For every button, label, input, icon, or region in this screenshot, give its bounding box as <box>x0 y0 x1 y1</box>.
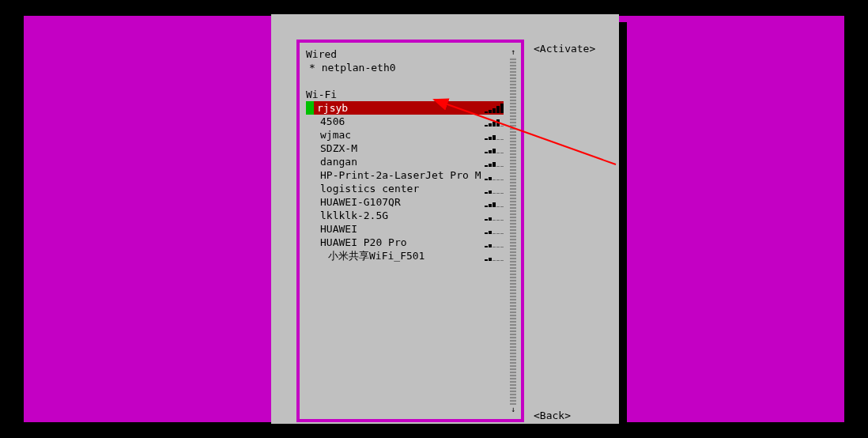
signal-strength-icon <box>485 182 504 195</box>
wifi-ssid-label: logistics center <box>306 182 481 195</box>
section-header-wired: Wired <box>306 47 504 61</box>
signal-strength-icon <box>485 155 504 168</box>
spacer <box>306 74 504 88</box>
wifi-network-item[interactable]: wjmac <box>306 128 504 142</box>
wifi-ssid-label: dangan <box>306 155 481 168</box>
wifi-network-item[interactable]: logistics center <box>306 182 504 195</box>
wifi-ssid-label: 4506 <box>306 115 481 128</box>
scrollbar[interactable]: ↑ ↓ <box>510 47 516 414</box>
scroll-track-fill[interactable] <box>510 57 516 405</box>
signal-strength-icon <box>485 249 504 262</box>
wifi-network-item[interactable]: HP-Print-2a-LaserJet Pro MFP <box>306 168 504 182</box>
wifi-ssid-label: 小米共享WiFi_F501 <box>306 249 481 262</box>
section-header-wifi: Wi-Fi <box>306 88 504 101</box>
wifi-ssid-label: wjmac <box>306 128 481 142</box>
signal-strength-icon <box>485 142 504 155</box>
signal-strength-icon <box>485 101 504 115</box>
wifi-ssid-label: lklklk-2.5G <box>306 209 481 222</box>
wifi-network-item[interactable]: rjsyb <box>306 101 504 115</box>
wifi-network-item[interactable]: lklklk-2.5G <box>306 209 504 222</box>
wifi-ssid-label: HP-Print-2a-LaserJet Pro MFP <box>306 168 481 182</box>
wifi-network-item[interactable]: HUAWEI P20 Pro <box>306 236 504 249</box>
nmtui-window: ↑ ↓ Wired* netplan-eth0 Wi-Firjsyb4506wj… <box>271 14 619 424</box>
wifi-ssid-label: SDZX-M <box>306 142 481 155</box>
selection-marker <box>306 101 314 115</box>
signal-strength-icon <box>485 209 504 222</box>
scroll-up-arrow[interactable]: ↑ <box>510 47 516 57</box>
wifi-network-item[interactable]: HUAWEI <box>306 222 504 236</box>
connection-label: * netplan-eth0 <box>306 61 504 74</box>
signal-strength-icon <box>485 168 504 182</box>
wifi-network-item[interactable]: 小米共享WiFi_F501 <box>306 249 504 262</box>
wifi-network-item[interactable]: 4506 <box>306 115 504 128</box>
network-list-frame: ↑ ↓ Wired* netplan-eth0 Wi-Firjsyb4506wj… <box>296 40 524 422</box>
wifi-ssid-label: rjsyb <box>314 101 481 115</box>
scroll-down-arrow[interactable]: ↓ <box>510 405 516 414</box>
back-button[interactable]: <Back> <box>534 410 571 421</box>
signal-strength-icon <box>485 195 504 209</box>
network-list: Wired* netplan-eth0 Wi-Firjsyb4506wjmacS… <box>306 47 504 414</box>
signal-strength-icon <box>485 236 504 249</box>
wifi-network-item[interactable]: SDZX-M <box>306 142 504 155</box>
signal-strength-icon <box>485 115 504 128</box>
wifi-network-item[interactable]: dangan <box>306 155 504 168</box>
signal-strength-icon <box>485 128 504 142</box>
wifi-network-item[interactable]: HUAWEI-G107QR <box>306 195 504 209</box>
signal-strength-icon <box>485 222 504 236</box>
wifi-ssid-label: HUAWEI P20 Pro <box>306 236 481 249</box>
wifi-ssid-label: HUAWEI <box>306 222 481 236</box>
wired-connection-item[interactable]: * netplan-eth0 <box>306 61 504 74</box>
wifi-ssid-label: HUAWEI-G107QR <box>306 195 481 209</box>
activate-button[interactable]: <Activate> <box>534 43 595 55</box>
